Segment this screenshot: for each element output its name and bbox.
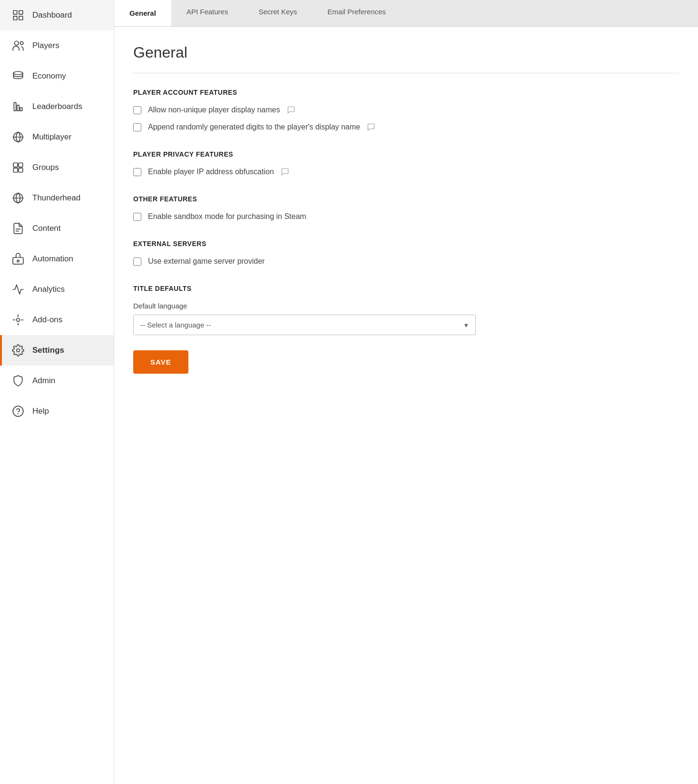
section-title-defaults: TITLE DEFAULTS Default language -- Selec… <box>133 285 679 374</box>
svg-rect-0 <box>13 10 17 14</box>
sidebar-item-label: Multiplayer <box>32 132 71 142</box>
svg-rect-2 <box>13 16 17 20</box>
checkbox-row-non-unique: Allow non-unique player display names <box>133 106 679 114</box>
economy-icon <box>11 69 25 83</box>
tab-general[interactable]: General <box>114 0 171 26</box>
svg-point-25 <box>13 406 23 417</box>
admin-icon <box>11 374 25 387</box>
dashboard-icon <box>11 9 25 22</box>
settings-icon <box>11 344 25 357</box>
section-player-account: PLAYER ACCOUNT FEATURES Allow non-unique… <box>133 89 679 131</box>
content-area: General PLAYER ACCOUNT FEATURES Allow no… <box>114 27 698 784</box>
section-title-player-privacy: PLAYER PRIVACY FEATURES <box>133 150 679 158</box>
section-other-features: OTHER FEATURES Enable sandbox mode for p… <box>133 195 679 221</box>
content-icon <box>11 222 25 235</box>
sidebar-item-label: Leaderboards <box>32 102 82 111</box>
sidebar-item-thunderhead[interactable]: Thunderhead <box>0 183 114 213</box>
multiplayer-icon <box>11 130 25 144</box>
sidebar-item-label: Players <box>32 41 59 50</box>
sidebar-item-leaderboards[interactable]: Leaderboards <box>0 91 114 122</box>
section-player-privacy: PLAYER PRIVACY FEATURES Enable player IP… <box>133 150 679 176</box>
sidebar-item-label: Admin <box>32 376 55 386</box>
checkbox-sandbox[interactable] <box>133 213 141 221</box>
svg-point-6 <box>13 71 23 75</box>
divider <box>133 73 679 73</box>
section-external-servers: EXTERNAL SERVERS Use external game serve… <box>133 240 679 266</box>
sidebar-item-label: Dashboard <box>32 10 72 20</box>
section-title-external-servers: EXTERNAL SERVERS <box>133 240 679 248</box>
language-select[interactable]: -- Select a language -- English French G… <box>133 315 476 335</box>
sidebar-item-label: Economy <box>32 71 66 81</box>
checkbox-ip-obfuscation[interactable] <box>133 168 141 176</box>
checkbox-external-provider[interactable] <box>133 258 141 266</box>
svg-point-24 <box>17 349 20 352</box>
checkbox-row-external-provider: Use external game server provider <box>133 257 679 266</box>
tab-api-features[interactable]: API Features <box>171 0 244 26</box>
sidebar-item-automation[interactable]: Automation <box>0 244 114 274</box>
groups-icon <box>11 161 25 174</box>
checkbox-label-external-provider: Use external game server provider <box>148 257 265 266</box>
sidebar-item-content[interactable]: Content <box>0 213 114 244</box>
sidebar-item-groups[interactable]: Groups <box>0 152 114 183</box>
tabs-bar: General API Features Secret Keys Email P… <box>114 0 698 27</box>
svg-rect-12 <box>19 168 23 172</box>
automation-icon <box>11 252 25 266</box>
save-button[interactable]: SAVE <box>133 350 188 374</box>
section-heading-title-defaults: TITLE DEFAULTS <box>133 285 679 292</box>
info-icon-non-unique <box>287 106 295 114</box>
sidebar-item-dashboard[interactable]: Dashboard <box>0 0 114 30</box>
sidebar-item-multiplayer[interactable]: Multiplayer <box>0 122 114 152</box>
tab-secret-keys[interactable]: Secret Keys <box>243 0 312 26</box>
language-select-wrapper: -- Select a language -- English French G… <box>133 315 476 335</box>
language-label: Default language <box>133 302 679 310</box>
players-icon <box>11 39 25 52</box>
svg-rect-1 <box>19 10 23 14</box>
checkbox-row-append-digits: Append randomly generated digits to the … <box>133 123 679 131</box>
leaderboards-icon <box>11 100 25 113</box>
section-title-player-account: PLAYER ACCOUNT FEATURES <box>133 89 679 96</box>
info-icon-append-digits <box>367 123 375 131</box>
thunderhead-icon <box>11 191 25 205</box>
sidebar-item-label: Groups <box>32 163 59 172</box>
sidebar-item-economy[interactable]: Economy <box>0 61 114 91</box>
svg-point-18 <box>17 260 19 262</box>
sidebar-item-label: Analytics <box>32 285 65 294</box>
svg-rect-10 <box>19 163 23 167</box>
sidebar-item-players[interactable]: Players <box>0 30 114 61</box>
checkbox-row-sandbox: Enable sandbox mode for purchasing in St… <box>133 212 679 221</box>
sidebar-item-label: Automation <box>32 254 73 264</box>
svg-rect-11 <box>13 168 18 172</box>
checkbox-label-append-digits: Append randomly generated digits to the … <box>148 123 360 131</box>
sidebar-item-label: Settings <box>32 346 64 355</box>
sidebar-item-help[interactable]: Help <box>0 396 114 427</box>
checkbox-label-sandbox: Enable sandbox mode for purchasing in St… <box>148 212 306 221</box>
svg-point-19 <box>17 318 20 322</box>
section-title-other-features: OTHER FEATURES <box>133 195 679 203</box>
analytics-icon <box>11 283 25 296</box>
svg-rect-9 <box>13 163 18 167</box>
help-icon <box>11 405 25 418</box>
info-icon-ip-obfuscation <box>281 168 289 176</box>
checkbox-row-ip-obfuscation: Enable player IP address obfuscation <box>133 168 679 176</box>
svg-rect-3 <box>19 16 23 20</box>
sidebar-item-admin[interactable]: Admin <box>0 366 114 396</box>
sidebar-item-addons[interactable]: Add-ons <box>0 305 114 335</box>
checkbox-non-unique[interactable] <box>133 106 141 114</box>
sidebar-item-label: Help <box>32 407 49 416</box>
sidebar-item-settings[interactable]: Settings <box>0 335 114 366</box>
addons-icon <box>11 313 25 327</box>
svg-point-5 <box>20 41 23 45</box>
sidebar-item-label: Add-ons <box>32 315 62 325</box>
checkbox-label-non-unique: Allow non-unique player display names <box>148 106 280 114</box>
svg-point-4 <box>14 41 19 45</box>
sidebar-item-label: Thunderhead <box>32 193 80 203</box>
svg-rect-17 <box>13 258 23 264</box>
page-title: General <box>133 44 679 61</box>
tab-email-preferences[interactable]: Email Preferences <box>312 0 401 26</box>
sidebar: Dashboard Players Economy Leaderboards M… <box>0 0 114 784</box>
checkbox-append-digits[interactable] <box>133 123 141 131</box>
sidebar-item-label: Content <box>32 224 61 233</box>
sidebar-item-analytics[interactable]: Analytics <box>0 274 114 305</box>
main-area: General API Features Secret Keys Email P… <box>114 0 698 784</box>
checkbox-label-ip-obfuscation: Enable player IP address obfuscation <box>148 168 274 176</box>
